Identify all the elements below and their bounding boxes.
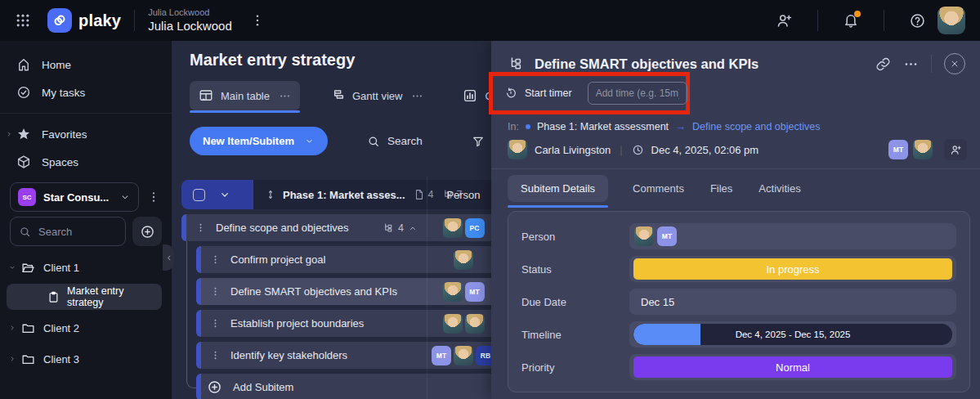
- group-title[interactable]: Phase 1: Market asses...: [283, 189, 405, 201]
- tab-comments[interactable]: Comments: [631, 175, 686, 202]
- table-row[interactable]: Define scope and objectives 4 PC: [181, 214, 525, 241]
- close-panel-icon[interactable]: [944, 53, 965, 74]
- copy-link-icon[interactable]: [875, 56, 891, 72]
- row-menu-icon[interactable]: [210, 286, 221, 297]
- author-name[interactable]: Carla Livingston: [535, 144, 611, 156]
- panel-tabs: Subitem Details Comments Files Activitie…: [508, 175, 803, 202]
- row-label: Define scope and objectives: [216, 222, 349, 234]
- initials-badge[interactable]: MT: [888, 140, 908, 159]
- table-row[interactable]: Identify key stakeholders MTRB: [196, 342, 525, 369]
- tab-gantt-view[interactable]: Gantt view: [321, 81, 432, 110]
- user-avatar[interactable]: [937, 7, 965, 34]
- row-label: Identify key stakeholders: [230, 349, 347, 361]
- sidebar-board-market-entry-strategy[interactable]: Market entry strategy: [7, 284, 162, 310]
- new-item-label: New Item/Subitem: [203, 135, 294, 147]
- brand-name: plaky: [78, 11, 121, 30]
- table-search-button[interactable]: Search: [367, 135, 423, 148]
- tab-main-table[interactable]: Main table: [190, 81, 300, 110]
- panel-header-divider: [931, 55, 932, 73]
- sidebar-folder-client3[interactable]: Client 3: [0, 346, 172, 372]
- topbar-divider: [884, 10, 884, 31]
- row-label: Establish project boundaries: [230, 317, 364, 330]
- plaky-logo-icon[interactable]: [47, 8, 72, 33]
- sidebar-folder-client2[interactable]: Client 2: [0, 315, 172, 341]
- due-date-field-value[interactable]: Dec 15: [629, 289, 956, 315]
- invite-user-icon[interactable]: [776, 12, 793, 29]
- chevron-up-icon: [408, 223, 418, 233]
- breadcrumb-parent-item-link[interactable]: Define scope and objectives: [692, 121, 820, 132]
- subitem-icon: [508, 56, 524, 72]
- table-row-selected[interactable]: Define SMART objectives and KPIs MT: [196, 278, 525, 305]
- group-header-row[interactable]: Phase 1: Market asses... 4 7 Person: [181, 180, 525, 209]
- row-menu-icon[interactable]: [195, 222, 206, 233]
- person-cell[interactable]: MT: [427, 282, 500, 302]
- search-label: Search: [387, 135, 423, 147]
- person-cell[interactable]: [427, 314, 500, 334]
- priority-badge: Normal: [633, 356, 952, 378]
- sidebar-item-home[interactable]: Home: [0, 51, 172, 78]
- drag-handle-icon[interactable]: [265, 189, 276, 200]
- person-column-header[interactable]: Person: [427, 189, 500, 201]
- sidebar-item-favorites[interactable]: Favorites: [0, 120, 172, 148]
- avatar: [634, 226, 654, 246]
- timer-highlight-box: Start timer: [489, 72, 690, 114]
- collapse-group-icon[interactable]: [218, 188, 231, 201]
- select-all-checkbox[interactable]: [193, 189, 205, 201]
- initials-badge: MT: [657, 226, 677, 246]
- workspace-menu-icon[interactable]: [250, 13, 265, 28]
- author-avatar[interactable]: [508, 140, 527, 159]
- view-options-icon[interactable]: [411, 90, 423, 102]
- tab-files[interactable]: Files: [709, 175, 734, 202]
- row-menu-icon[interactable]: [210, 254, 221, 265]
- workspace-badge: SC: [18, 188, 36, 206]
- apps-grid-icon[interactable]: [15, 12, 31, 29]
- person-cell[interactable]: [427, 250, 500, 270]
- tab-activities[interactable]: Activities: [757, 175, 802, 202]
- status-badge: In progress: [633, 258, 952, 280]
- view-tab-label: Main table: [221, 90, 270, 102]
- start-timer-button[interactable]: Start timer: [525, 87, 572, 99]
- column-divider: [427, 177, 427, 399]
- table-row[interactable]: Confirm project goal: [196, 246, 525, 273]
- person-field-value[interactable]: MT: [629, 223, 956, 249]
- sidebar-folder-client1[interactable]: Client 1: [0, 254, 172, 280]
- add-subitem-row[interactable]: Add Subitem: [196, 374, 525, 399]
- workspace-switcher[interactable]: Julia Lockwood Julia Lockwood: [148, 7, 232, 34]
- add-time-input[interactable]: [588, 82, 687, 105]
- view-options-icon[interactable]: [279, 90, 291, 102]
- row-menu-icon[interactable]: [210, 350, 221, 361]
- add-board-button[interactable]: [132, 217, 162, 246]
- status-field-value[interactable]: In progress: [629, 256, 956, 282]
- avatar: [454, 250, 473, 270]
- user-name: Julia Lockwood: [148, 19, 232, 34]
- sidebar-search[interactable]: [10, 217, 126, 246]
- timeline-field-value[interactable]: Dec 4, 2025 - Dec 15, 2025: [629, 321, 956, 347]
- workspace-options-icon[interactable]: [144, 191, 163, 204]
- add-assignee-button[interactable]: [944, 139, 967, 160]
- panel-menu-icon[interactable]: [903, 56, 919, 72]
- tab-subitem-details[interactable]: Subitem Details: [508, 175, 608, 202]
- workspace-selector[interactable]: SC Star Consu...: [10, 182, 139, 212]
- board-label: Market entry strategy: [67, 285, 162, 308]
- sidebar-item-my-tasks[interactable]: My tasks: [0, 78, 172, 106]
- new-item-button[interactable]: New Item/Subitem: [190, 127, 328, 155]
- table-row[interactable]: Establish project boundaries: [196, 310, 525, 337]
- app-window: plaky Julia Lockwood Julia Lockwood Home: [0, 0, 980, 399]
- row-label: Define SMART objectives and KPIs: [230, 285, 397, 298]
- person-cell[interactable]: MTRB: [427, 346, 500, 365]
- sidebar-divider: [0, 113, 172, 114]
- priority-field-value[interactable]: Normal: [629, 354, 956, 380]
- row-menu-icon[interactable]: [210, 318, 221, 329]
- breadcrumb-group[interactable]: Phase 1: Market assessment: [537, 121, 669, 132]
- assignee-avatar[interactable]: [913, 140, 933, 159]
- chevron-down-icon: [119, 191, 131, 203]
- person-cell[interactable]: PC: [427, 218, 500, 238]
- notifications-bell-icon[interactable]: [843, 12, 859, 29]
- row-subitem-count[interactable]: 4: [383, 222, 418, 234]
- sidebar-item-spaces[interactable]: Spaces: [0, 148, 172, 176]
- help-icon[interactable]: [909, 12, 926, 29]
- folder-open-icon: [21, 261, 35, 275]
- sidebar-search-input[interactable]: [38, 226, 104, 238]
- sidebar-collapse-handle[interactable]: [163, 244, 174, 271]
- search-icon: [367, 135, 380, 148]
